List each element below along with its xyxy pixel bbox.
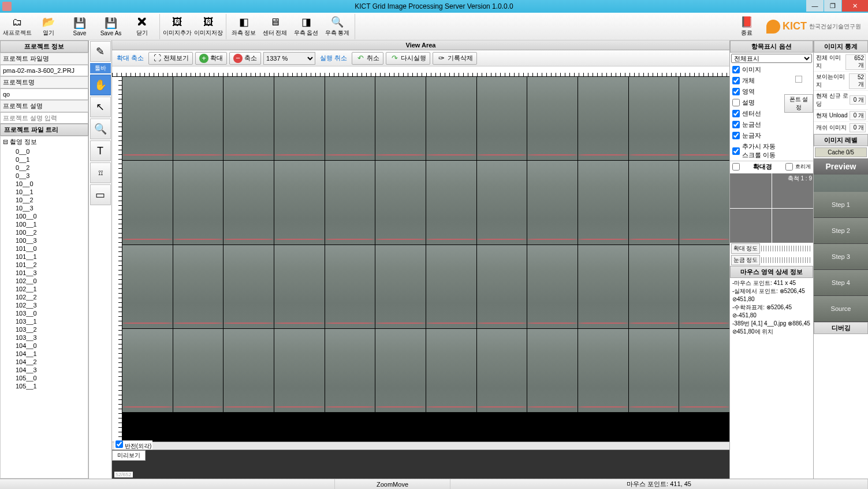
tree-item[interactable]: 103__0 xyxy=(1,309,88,317)
image-tile[interactable] xyxy=(527,329,578,412)
chk-ruler[interactable]: 눈금자 xyxy=(730,130,784,141)
image-tile[interactable] xyxy=(679,161,729,244)
chk-centerline[interactable]: 센터선 xyxy=(730,108,784,119)
tree-item[interactable]: 10__2 xyxy=(1,196,88,204)
image-tile[interactable] xyxy=(679,329,729,412)
zoom-out-button[interactable]: −축소 xyxy=(229,52,261,65)
grid-precision-slider[interactable] xyxy=(761,257,812,263)
tree-item[interactable]: 0__0 xyxy=(1,147,88,155)
image-tile[interactable] xyxy=(578,245,628,328)
image-tile[interactable] xyxy=(527,77,578,160)
minimize-button[interactable]: — xyxy=(806,0,824,12)
tree-item[interactable]: 104__3 xyxy=(1,366,88,374)
image-tile[interactable] xyxy=(426,245,476,328)
image-tile[interactable] xyxy=(375,161,426,244)
step2-button[interactable]: Step 2 xyxy=(814,218,868,244)
flip-checkbox[interactable]: 반전(외각) xyxy=(114,440,152,450)
file-tree[interactable]: 촬영 정보 0__00__10__20__310__010__110__210_… xyxy=(0,136,88,479)
center-all-button[interactable]: 🖥센터 전체 xyxy=(260,14,290,39)
image-tile[interactable] xyxy=(679,245,729,328)
tree-item[interactable]: 10__1 xyxy=(1,188,88,196)
image-tile[interactable] xyxy=(375,329,426,412)
image-tile[interactable] xyxy=(274,77,325,160)
chk-region[interactable]: 영역 xyxy=(730,86,784,97)
blur-toggle[interactable]: 흐리게 xyxy=(785,163,811,171)
image-tile[interactable] xyxy=(629,329,679,412)
image-tile[interactable] xyxy=(629,245,679,328)
image-tile[interactable] xyxy=(274,245,325,328)
image-tile[interactable] xyxy=(629,161,679,244)
image-tile[interactable] xyxy=(578,329,628,412)
tree-item[interactable]: 100__1 xyxy=(1,220,88,228)
add-image-button[interactable]: 🖼이미지추가 xyxy=(162,14,192,39)
cache-button[interactable]: Cache 0/5 xyxy=(815,147,867,157)
tree-item[interactable]: 101__0 xyxy=(1,244,88,253)
tree-item[interactable]: 101__3 xyxy=(1,269,88,277)
chk-autoscroll[interactable]: 추가시 자동 스크롤 이동 xyxy=(730,141,784,161)
chk-image[interactable]: 이미지 xyxy=(730,64,784,75)
zoom-precision-slider[interactable] xyxy=(761,246,812,251)
chk-gridline[interactable]: 눈금선 xyxy=(730,119,784,130)
tree-item[interactable]: 100__2 xyxy=(1,228,88,236)
image-tile[interactable] xyxy=(325,161,375,244)
image-tile[interactable] xyxy=(173,329,223,412)
image-tile[interactable] xyxy=(578,77,628,160)
image-tile[interactable] xyxy=(527,161,578,244)
image-tile[interactable] xyxy=(527,245,578,328)
thumbnail-bar[interactable]: 미리보기 52/652 xyxy=(112,450,729,479)
image-tile[interactable] xyxy=(122,329,173,412)
project-desc-input[interactable] xyxy=(0,112,88,124)
tree-item[interactable]: 101__2 xyxy=(1,261,88,269)
image-tile[interactable] xyxy=(223,329,274,412)
image-tile[interactable] xyxy=(173,77,223,160)
image-tile[interactable] xyxy=(375,77,426,160)
tree-item[interactable]: 104__0 xyxy=(1,342,88,350)
tree-item[interactable]: 10__0 xyxy=(1,180,88,188)
right-option-button[interactable]: ◨우측 옵션 xyxy=(291,14,321,39)
close-button[interactable]: ✕ xyxy=(842,0,868,12)
image-tile[interactable] xyxy=(325,245,375,328)
chk-desc[interactable]: 설명 xyxy=(730,97,784,108)
image-tile[interactable] xyxy=(223,245,274,328)
zoom-select[interactable]: 1337 % xyxy=(263,52,315,65)
tree-root[interactable]: 촬영 정보 xyxy=(1,136,88,147)
project-name-input[interactable] xyxy=(0,88,88,100)
tree-item[interactable]: 105__1 xyxy=(1,382,88,390)
project-file-input[interactable] xyxy=(0,65,88,76)
source-button[interactable]: Source xyxy=(814,296,868,322)
image-tile[interactable] xyxy=(122,245,173,328)
tree-item[interactable]: 103__3 xyxy=(1,334,88,342)
tree-item[interactable]: 0__3 xyxy=(1,172,88,180)
open-button[interactable]: 📂열기 xyxy=(33,14,64,39)
magnifier-toggle[interactable] xyxy=(732,163,740,171)
image-tile[interactable] xyxy=(122,161,173,244)
step1-button[interactable]: Step 1 xyxy=(814,192,868,218)
image-tile[interactable] xyxy=(477,245,527,328)
step3-button[interactable]: Step 3 xyxy=(814,244,868,270)
left-info-button[interactable]: ◧좌측 정보 xyxy=(229,14,259,39)
undo-button[interactable]: ↶취소 xyxy=(352,52,383,65)
tree-item[interactable]: 0__2 xyxy=(1,164,88,172)
tree-item[interactable]: 102__2 xyxy=(1,293,88,301)
tree-item[interactable]: 104__1 xyxy=(1,350,88,358)
image-tile[interactable] xyxy=(223,77,274,160)
clear-history-button[interactable]: ✑기록삭제 xyxy=(433,52,477,65)
image-tile[interactable] xyxy=(375,245,426,328)
preview-header[interactable]: Preview xyxy=(814,158,868,175)
view-all-button[interactable]: ⛶전체보기 xyxy=(148,52,193,65)
tree-item[interactable]: 10__3 xyxy=(1,204,88,212)
save-button[interactable]: 💾Save xyxy=(65,14,95,39)
image-tile[interactable] xyxy=(325,77,375,160)
tree-item[interactable]: 100__3 xyxy=(1,236,88,244)
rect-tool[interactable]: ▭ xyxy=(90,184,111,205)
tree-item[interactable]: 103__2 xyxy=(1,325,88,334)
close-project-button[interactable]: 🗙닫기 xyxy=(127,14,157,39)
zoom-tool[interactable]: 🔍 xyxy=(90,118,111,139)
image-tile[interactable] xyxy=(274,161,325,244)
image-tile[interactable] xyxy=(173,161,223,244)
tree-item[interactable]: 104__2 xyxy=(1,358,88,366)
image-tile[interactable] xyxy=(426,77,476,160)
image-tile[interactable] xyxy=(477,329,527,412)
image-tile[interactable] xyxy=(223,161,274,244)
step4-button[interactable]: Step 4 xyxy=(814,270,868,296)
